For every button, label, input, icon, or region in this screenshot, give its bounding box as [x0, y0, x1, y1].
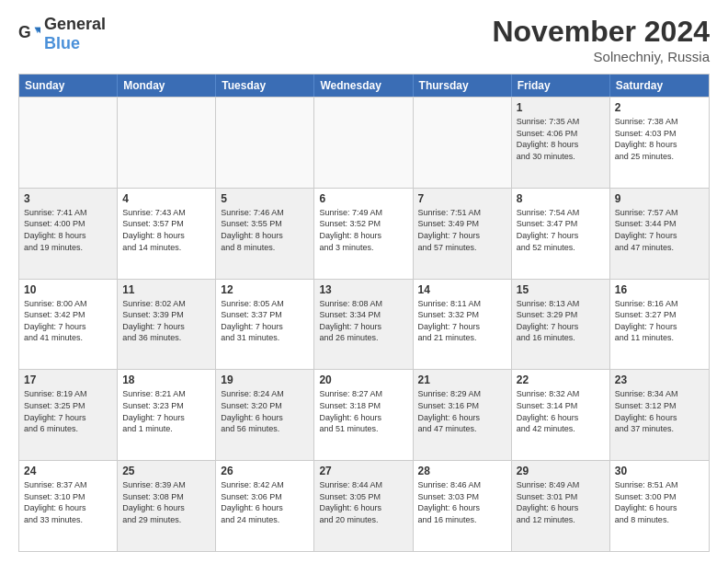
cell-w2-d2: 4Sunrise: 7:43 AM Sunset: 3:57 PM Daylig… [118, 189, 216, 279]
col-monday: Monday [118, 75, 216, 97]
col-saturday: Saturday [610, 75, 709, 97]
logo-blue: Blue [44, 34, 80, 52]
day-number: 27 [319, 465, 407, 477]
day-info: Sunrise: 7:41 AM Sunset: 4:00 PM Dayligh… [24, 207, 112, 253]
col-sunday: Sunday [19, 75, 118, 97]
day-number: 21 [418, 373, 506, 386]
day-number: 18 [122, 373, 210, 386]
day-number: 29 [517, 465, 605, 477]
day-info: Sunrise: 8:37 AM Sunset: 3:10 PM Dayligh… [24, 479, 112, 525]
cell-w1-d3 [216, 98, 314, 188]
cell-w2-d4: 6Sunrise: 7:49 AM Sunset: 3:52 PM Daylig… [314, 189, 413, 279]
day-number: 20 [319, 373, 407, 386]
calendar: Sunday Monday Tuesday Wednesday Thursday… [18, 74, 710, 552]
logo: G General Blue [18, 15, 106, 53]
cell-w5-d6: 29Sunrise: 8:49 AM Sunset: 3:01 PM Dayli… [512, 461, 610, 551]
day-number: 9 [615, 192, 704, 205]
col-friday: Friday [512, 75, 610, 97]
logo-general: General [44, 15, 106, 33]
day-info: Sunrise: 8:32 AM Sunset: 3:14 PM Dayligh… [517, 388, 605, 434]
cell-w2-d1: 3Sunrise: 7:41 AM Sunset: 4:00 PM Daylig… [19, 189, 118, 279]
title-block: November 2024 Solnechniy, Russia [492, 15, 710, 64]
day-info: Sunrise: 7:46 AM Sunset: 3:55 PM Dayligh… [221, 207, 309, 253]
week-1: 1Sunrise: 7:35 AM Sunset: 4:06 PM Daylig… [19, 97, 709, 188]
cell-w1-d6: 1Sunrise: 7:35 AM Sunset: 4:06 PM Daylig… [512, 98, 610, 188]
cell-w3-d2: 11Sunrise: 8:02 AM Sunset: 3:39 PM Dayli… [118, 280, 216, 370]
day-number: 10 [24, 283, 112, 296]
cell-w5-d5: 28Sunrise: 8:46 AM Sunset: 3:03 PM Dayli… [414, 461, 512, 551]
cell-w4-d3: 19Sunrise: 8:24 AM Sunset: 3:20 PM Dayli… [216, 370, 314, 460]
day-info: Sunrise: 7:57 AM Sunset: 3:44 PM Dayligh… [615, 207, 704, 253]
cell-w4-d7: 23Sunrise: 8:34 AM Sunset: 3:12 PM Dayli… [610, 370, 709, 460]
day-info: Sunrise: 8:13 AM Sunset: 3:29 PM Dayligh… [517, 298, 605, 344]
day-number: 8 [517, 192, 605, 205]
day-info: Sunrise: 7:35 AM Sunset: 4:06 PM Dayligh… [517, 116, 605, 162]
header: G General Blue November 2024 Solnechniy,… [18, 15, 710, 64]
cell-w3-d3: 12Sunrise: 8:05 AM Sunset: 3:37 PM Dayli… [216, 280, 314, 370]
day-info: Sunrise: 7:38 AM Sunset: 4:03 PM Dayligh… [615, 116, 704, 162]
cell-w4-d5: 21Sunrise: 8:29 AM Sunset: 3:16 PM Dayli… [414, 370, 512, 460]
day-number: 7 [418, 192, 506, 205]
cell-w1-d4 [314, 98, 413, 188]
week-4: 17Sunrise: 8:19 AM Sunset: 3:25 PM Dayli… [19, 369, 709, 460]
day-info: Sunrise: 8:44 AM Sunset: 3:05 PM Dayligh… [319, 479, 407, 525]
day-info: Sunrise: 8:34 AM Sunset: 3:12 PM Dayligh… [615, 388, 704, 434]
day-number: 26 [221, 465, 309, 477]
cell-w1-d7: 2Sunrise: 7:38 AM Sunset: 4:03 PM Daylig… [610, 98, 709, 188]
calendar-header: Sunday Monday Tuesday Wednesday Thursday… [19, 75, 709, 97]
day-number: 1 [517, 101, 605, 114]
cell-w3-d7: 16Sunrise: 8:16 AM Sunset: 3:27 PM Dayli… [610, 280, 709, 370]
cell-w5-d7: 30Sunrise: 8:51 AM Sunset: 3:00 PM Dayli… [610, 461, 709, 551]
day-number: 14 [418, 283, 506, 296]
day-number: 25 [122, 465, 210, 477]
cell-w3-d4: 13Sunrise: 8:08 AM Sunset: 3:34 PM Dayli… [314, 280, 413, 370]
day-number: 22 [517, 373, 605, 386]
day-info: Sunrise: 8:24 AM Sunset: 3:20 PM Dayligh… [221, 388, 309, 434]
day-number: 12 [221, 283, 309, 296]
day-info: Sunrise: 7:49 AM Sunset: 3:52 PM Dayligh… [319, 207, 407, 253]
month-title: November 2024 [492, 15, 710, 49]
day-number: 16 [615, 283, 704, 296]
cell-w2-d6: 8Sunrise: 7:54 AM Sunset: 3:47 PM Daylig… [512, 189, 610, 279]
logo-text: General Blue [44, 15, 106, 53]
day-number: 23 [615, 373, 704, 386]
cell-w4-d1: 17Sunrise: 8:19 AM Sunset: 3:25 PM Dayli… [19, 370, 118, 460]
cell-w3-d5: 14Sunrise: 8:11 AM Sunset: 3:32 PM Dayli… [414, 280, 512, 370]
cell-w3-d6: 15Sunrise: 8:13 AM Sunset: 3:29 PM Dayli… [512, 280, 610, 370]
col-thursday: Thursday [414, 75, 512, 97]
svg-text:G: G [18, 23, 31, 41]
logo-icon: G [18, 23, 40, 45]
cell-w3-d1: 10Sunrise: 8:00 AM Sunset: 3:42 PM Dayli… [19, 280, 118, 370]
day-number: 3 [24, 192, 112, 205]
cell-w1-d2 [118, 98, 216, 188]
day-number: 4 [122, 192, 210, 205]
day-info: Sunrise: 7:51 AM Sunset: 3:49 PM Dayligh… [418, 207, 506, 253]
week-5: 24Sunrise: 8:37 AM Sunset: 3:10 PM Dayli… [19, 460, 709, 551]
cell-w2-d5: 7Sunrise: 7:51 AM Sunset: 3:49 PM Daylig… [414, 189, 512, 279]
day-number: 6 [319, 192, 407, 205]
day-info: Sunrise: 8:46 AM Sunset: 3:03 PM Dayligh… [418, 479, 506, 525]
day-info: Sunrise: 8:29 AM Sunset: 3:16 PM Dayligh… [418, 388, 506, 434]
day-info: Sunrise: 8:19 AM Sunset: 3:25 PM Dayligh… [24, 388, 112, 434]
cell-w5-d2: 25Sunrise: 8:39 AM Sunset: 3:08 PM Dayli… [118, 461, 216, 551]
cell-w4-d4: 20Sunrise: 8:27 AM Sunset: 3:18 PM Dayli… [314, 370, 413, 460]
cell-w2-d3: 5Sunrise: 7:46 AM Sunset: 3:55 PM Daylig… [216, 189, 314, 279]
cell-w2-d7: 9Sunrise: 7:57 AM Sunset: 3:44 PM Daylig… [610, 189, 709, 279]
day-info: Sunrise: 8:27 AM Sunset: 3:18 PM Dayligh… [319, 388, 407, 434]
day-number: 2 [615, 101, 704, 114]
day-info: Sunrise: 7:43 AM Sunset: 3:57 PM Dayligh… [122, 207, 210, 253]
cell-w5-d3: 26Sunrise: 8:42 AM Sunset: 3:06 PM Dayli… [216, 461, 314, 551]
day-info: Sunrise: 8:11 AM Sunset: 3:32 PM Dayligh… [418, 298, 506, 344]
col-wednesday: Wednesday [314, 75, 413, 97]
cell-w5-d4: 27Sunrise: 8:44 AM Sunset: 3:05 PM Dayli… [314, 461, 413, 551]
page: G General Blue November 2024 Solnechniy,… [0, 0, 728, 563]
location: Solnechniy, Russia [492, 49, 710, 64]
day-number: 19 [221, 373, 309, 386]
day-number: 28 [418, 465, 506, 477]
day-info: Sunrise: 8:08 AM Sunset: 3:34 PM Dayligh… [319, 298, 407, 344]
cell-w5-d1: 24Sunrise: 8:37 AM Sunset: 3:10 PM Dayli… [19, 461, 118, 551]
day-info: Sunrise: 8:02 AM Sunset: 3:39 PM Dayligh… [122, 298, 210, 344]
day-info: Sunrise: 8:05 AM Sunset: 3:37 PM Dayligh… [221, 298, 309, 344]
day-number: 5 [221, 192, 309, 205]
day-info: Sunrise: 8:39 AM Sunset: 3:08 PM Dayligh… [122, 479, 210, 525]
